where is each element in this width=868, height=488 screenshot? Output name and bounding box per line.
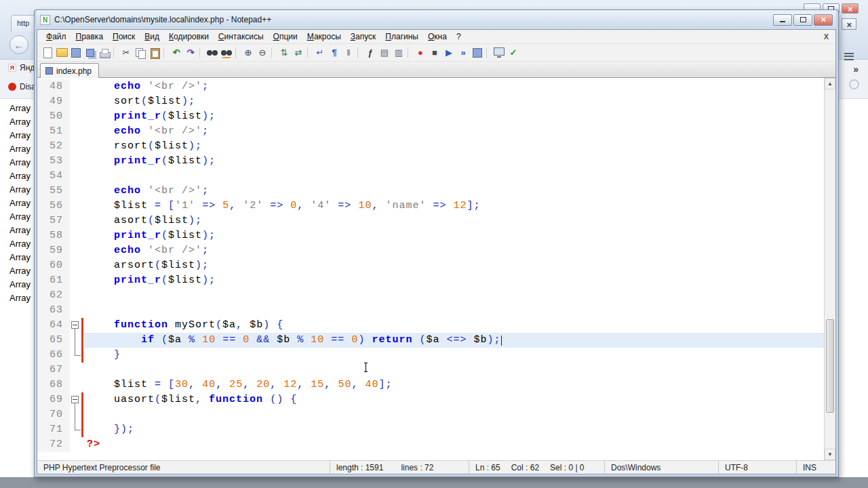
- menu-edit[interactable]: Правка: [71, 30, 108, 43]
- sync-vertical-icon[interactable]: ⇅: [277, 46, 291, 60]
- bookmark-yandex[interactable]: Я Янд: [8, 63, 35, 73]
- code-line-59[interactable]: 59 echo '<br />';: [37, 243, 824, 258]
- code-line-62[interactable]: 62: [37, 288, 824, 303]
- menu-plugins[interactable]: Плагины: [380, 30, 423, 43]
- minimize-button[interactable]: [773, 14, 792, 26]
- browser-close-button[interactable]: [842, 3, 859, 14]
- zoom-out-icon[interactable]: ⊖: [256, 46, 269, 60]
- menu-view[interactable]: Вид: [140, 30, 164, 43]
- paste-icon[interactable]: [148, 46, 161, 60]
- bookmark-disable[interactable]: Disa: [8, 82, 36, 92]
- macro-run-multiple-icon[interactable]: »: [456, 46, 470, 60]
- line-number: 48: [37, 79, 70, 94]
- show-all-characters-icon[interactable]: ¶: [328, 46, 341, 60]
- copy-icon[interactable]: [134, 46, 147, 60]
- document-map-icon[interactable]: ▤: [378, 46, 391, 60]
- document-list-icon[interactable]: ▥: [392, 46, 406, 60]
- fold-marker: [70, 333, 81, 348]
- secondary-close-button[interactable]: [842, 18, 856, 30]
- code-line-50[interactable]: 50 print_r($list);: [37, 109, 824, 124]
- code-line-53[interactable]: 53 print_r($list);: [37, 154, 824, 169]
- save-icon[interactable]: [69, 46, 83, 60]
- code-line-55[interactable]: 55 echo '<br />';: [37, 184, 824, 199]
- fold-marker[interactable]: [70, 318, 81, 333]
- scroll-down-button[interactable]: ▼: [825, 449, 835, 460]
- code-line-70[interactable]: 70: [37, 407, 824, 422]
- code-line-72[interactable]: 72?>: [37, 437, 824, 452]
- print-icon[interactable]: [98, 46, 111, 60]
- indent-guide-icon[interactable]: ‖: [342, 46, 355, 60]
- new-file-icon[interactable]: [41, 46, 54, 60]
- code-line-51[interactable]: 51 echo '<br />';: [37, 124, 824, 139]
- code-line-54[interactable]: 54: [37, 169, 824, 184]
- macro-save-icon[interactable]: [471, 46, 484, 60]
- code-line-57[interactable]: 57 asort($list);: [37, 214, 824, 228]
- code-line-69[interactable]: 69 uasort($list, function () {: [37, 392, 824, 407]
- code-line-60[interactable]: 60 arsort($list);: [37, 258, 824, 273]
- word-wrap-icon[interactable]: ↵: [313, 46, 327, 60]
- code-line-71[interactable]: 71 });: [37, 422, 824, 437]
- code-line-63[interactable]: 63: [37, 303, 824, 318]
- scrollbar-thumb[interactable]: [826, 319, 834, 413]
- status-typing-mode[interactable]: INS: [796, 461, 835, 474]
- macro-play-icon[interactable]: ▶: [442, 46, 456, 60]
- menu-language[interactable]: Синтаксисы: [214, 30, 269, 43]
- code-line-64[interactable]: 64 function mySort($a, $b) {: [37, 318, 824, 333]
- back-button[interactable]: ←: [9, 35, 28, 54]
- code-line-52[interactable]: 52 rsort($list);: [37, 139, 824, 154]
- code-text: });: [84, 422, 824, 437]
- menu-encoding[interactable]: Кодировки: [164, 30, 214, 43]
- menu-settings[interactable]: Опции: [269, 30, 302, 43]
- zoom-in-icon[interactable]: ⊕: [241, 46, 255, 60]
- undo-icon[interactable]: ↶: [170, 46, 183, 60]
- code-area[interactable]: 48 echo '<br />';49 sort($list);50 print…: [37, 78, 824, 460]
- sync-horizontal-icon[interactable]: ⇄: [292, 46, 305, 60]
- bookmarks-overflow-button[interactable]: »: [853, 64, 859, 75]
- close-button[interactable]: [814, 14, 833, 26]
- cut-icon[interactable]: ✂: [119, 46, 133, 60]
- toolbar-separator: [163, 47, 167, 58]
- menu-macro[interactable]: Макросы: [302, 30, 346, 43]
- menu-help[interactable]: ?: [452, 30, 466, 43]
- status-cursor-position: Ln : 65 Col : 62 Sel : 0 | 0: [469, 461, 604, 474]
- scroll-up-button[interactable]: ▲: [825, 78, 835, 89]
- line-number: 53: [37, 154, 70, 169]
- macro-stop-icon[interactable]: ■: [428, 46, 441, 60]
- menu-search[interactable]: Поиск: [108, 30, 140, 43]
- spell-check-icon[interactable]: ✓: [507, 46, 520, 60]
- change-margin: [81, 258, 84, 273]
- vertical-scrollbar[interactable]: ▲ ▼: [824, 78, 835, 460]
- menu-file[interactable]: Файл: [41, 30, 71, 43]
- maximize-button[interactable]: [793, 14, 812, 26]
- view-in-browser-icon[interactable]: [492, 46, 506, 60]
- code-line-48[interactable]: 48 echo '<br />';: [37, 79, 824, 94]
- menubar-close-button[interactable]: X: [824, 33, 829, 41]
- menu-window[interactable]: Окна: [423, 30, 452, 43]
- macro-record-icon[interactable]: ●: [414, 46, 427, 60]
- code-line-49[interactable]: 49 sort($list);: [37, 94, 824, 109]
- code-line-65[interactable]: 65 if ($a % 10 == 0 && $b % 10 == 0) ret…: [37, 333, 824, 348]
- line-number: 70: [37, 407, 70, 422]
- replace-icon[interactable]: [220, 46, 233, 60]
- function-list-icon[interactable]: ƒ: [363, 46, 377, 60]
- fold-marker[interactable]: [70, 392, 81, 407]
- code-line-56[interactable]: 56 $list = ['1' => 5, '2' => 0, '4' => 1…: [37, 199, 824, 214]
- screen: http ← Я Янд Disa ArrayArrayArrayArrayAr…: [0, 0, 868, 488]
- browser-menu-button[interactable]: [842, 50, 856, 62]
- code-line-58[interactable]: 58 print_r($list);: [37, 228, 824, 243]
- find-icon[interactable]: [205, 46, 219, 60]
- title-bar[interactable]: C:\OpenServer\domains\mysite.local\index…: [37, 10, 836, 29]
- tab-index-php[interactable]: index.php: [40, 63, 99, 78]
- save-all-icon[interactable]: [83, 46, 97, 60]
- menu-run[interactable]: Запуск: [346, 30, 381, 43]
- code-line-61[interactable]: 61 print_r($list);: [37, 273, 824, 288]
- change-margin: [81, 94, 84, 109]
- profile-circle-icon[interactable]: [849, 79, 859, 89]
- open-folder-icon[interactable]: [55, 46, 68, 60]
- fold-marker: [70, 422, 81, 437]
- code-line-67[interactable]: 67: [37, 363, 824, 378]
- code-line-68[interactable]: 68 $list = [30, 40, 25, 20, 12, 15, 50, …: [37, 378, 824, 392]
- fold-margin: [70, 273, 81, 288]
- redo-icon[interactable]: ↷: [184, 46, 197, 60]
- code-line-66[interactable]: 66 }: [37, 348, 824, 363]
